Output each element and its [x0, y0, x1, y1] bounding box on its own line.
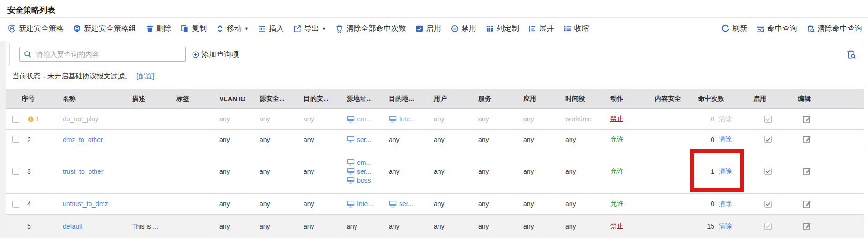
- toolbar-label: 命中查询: [767, 24, 797, 34]
- action-value: 允许: [610, 200, 623, 208]
- row-select-checkbox[interactable]: [12, 168, 19, 175]
- enable-checkbox[interactable]: [764, 223, 772, 230]
- search-icon: [23, 50, 32, 59]
- cell-time: worktime: [564, 115, 608, 123]
- cell-user: any: [432, 200, 476, 208]
- shield-plus-icon: [7, 24, 16, 33]
- address-link[interactable]: Inte...: [347, 200, 373, 208]
- row-seq: 3: [27, 168, 31, 175]
- toolbar-label: 新建安全策略: [19, 24, 64, 34]
- table-header-row: 序号名称描述标签VLAN ID源安全...目的安...源地址...目的地...用…: [6, 89, 864, 109]
- row-select-checkbox[interactable]: [12, 136, 19, 143]
- search-input[interactable]: [35, 50, 182, 59]
- cell-value: worktime: [565, 115, 592, 123]
- edit-icon[interactable]: [802, 166, 812, 176]
- toolbar-new-policy-group-button[interactable]: 新建安全策略组: [73, 24, 136, 34]
- clear-hits-link[interactable]: 清除: [719, 200, 732, 208]
- action-value: 禁止: [610, 115, 623, 123]
- cell-service: any: [476, 168, 521, 175]
- address-link[interactable]: em...: [347, 159, 371, 166]
- cell-time: any: [564, 168, 608, 175]
- cell-value: any: [523, 168, 534, 175]
- cell-src-addr: Inte...: [345, 200, 387, 208]
- enable-checkbox[interactable]: [764, 201, 772, 208]
- policy-name-link[interactable]: trust_to_other: [63, 168, 103, 175]
- clear-hits-link[interactable]: 清除: [719, 135, 732, 144]
- toolbar-clear-hit-query-button[interactable]: 清除命中查询: [806, 24, 862, 34]
- toolbar-label: 新建安全策略组: [84, 24, 136, 34]
- toolbar-collapse-button[interactable]: 收缩: [563, 24, 589, 34]
- address-link[interactable]: ser...: [347, 136, 371, 143]
- policy-name-link[interactable]: default: [63, 223, 82, 230]
- policy-name-link[interactable]: untrust_to_dmz: [63, 200, 108, 208]
- cell-value: any: [434, 200, 445, 208]
- toolbar-delete-button[interactable]: 删除: [145, 24, 171, 34]
- cell-dst-addr: any: [387, 223, 432, 230]
- cell-user: any: [432, 168, 476, 175]
- search-field[interactable]: [19, 47, 186, 62]
- cell-value: any: [565, 168, 576, 175]
- disable-icon: [450, 24, 459, 33]
- page-title: 安全策略列表: [7, 5, 55, 15]
- status-text: 未开启基础协议报文过滤。: [47, 72, 132, 80]
- toolbar-copy-button[interactable]: 复制: [180, 24, 207, 34]
- address-link[interactable]: ser...: [347, 168, 371, 175]
- cell-vlan-id: any: [217, 223, 258, 230]
- clear-hits-link[interactable]: 清除: [719, 222, 732, 231]
- toolbar-refresh-button[interactable]: 刷新: [721, 24, 747, 34]
- cell-value: any: [219, 168, 230, 175]
- toolbar-move-button[interactable]: 移动 ▼: [215, 24, 249, 34]
- cell-value: any: [523, 200, 534, 208]
- address-link[interactable]: boss: [347, 177, 371, 184]
- cell-value: any: [434, 168, 445, 175]
- cell-time: any: [564, 136, 608, 143]
- toolbar-column-custom-button[interactable]: 列定制: [485, 24, 519, 34]
- toolbar-enable-button[interactable]: 启用: [415, 24, 441, 34]
- edit-icon[interactable]: [802, 114, 812, 124]
- cell-value: any: [478, 200, 489, 208]
- edit-icon[interactable]: [802, 134, 812, 144]
- cell-value: any: [260, 200, 270, 208]
- check-icon: [765, 116, 771, 122]
- policy-name-link[interactable]: do_not_play: [63, 115, 98, 123]
- toolbar-disable-button[interactable]: 禁用: [450, 24, 476, 34]
- th-service: 服务: [476, 95, 521, 103]
- address-link[interactable]: ser...: [389, 200, 413, 208]
- edit-icon[interactable]: [802, 221, 812, 231]
- clear-search-button[interactable]: [846, 49, 856, 60]
- cell-value: any: [219, 136, 230, 143]
- edit-icon[interactable]: [802, 199, 812, 209]
- enable-checkbox[interactable]: [764, 116, 772, 123]
- toolbar-clear-all-hits-button[interactable]: 清除全部命中次数: [335, 24, 406, 34]
- enable-checkbox[interactable]: [764, 136, 772, 143]
- cell-user: any: [432, 115, 476, 123]
- address-text: boss: [357, 177, 371, 184]
- caret-down-icon: ▼: [245, 26, 249, 31]
- row-select-checkbox[interactable]: [12, 201, 19, 208]
- cell-dst-zone: any: [302, 136, 345, 143]
- warning-icon: [27, 116, 34, 123]
- toolbar-new-policy-button[interactable]: 新建安全策略: [7, 24, 64, 34]
- th-seq: 序号: [20, 95, 61, 103]
- toolbar-insert-button[interactable]: 插入: [258, 24, 284, 34]
- clear-hits-link[interactable]: 清除: [719, 167, 732, 176]
- row-select-checkbox[interactable]: [12, 116, 19, 123]
- address-list: Inte...: [347, 200, 373, 208]
- toolbar-export-button[interactable]: 导出 ▼: [293, 24, 326, 34]
- toolbar-label: 列定制: [497, 24, 519, 34]
- action-value: 允许: [610, 135, 623, 144]
- policy-name-link[interactable]: dmz_to_other: [63, 136, 103, 143]
- address-list: Inte...: [389, 115, 415, 123]
- address-link[interactable]: Inte...: [389, 115, 415, 123]
- hit-count: 0: [711, 115, 714, 123]
- address-link[interactable]: em...: [347, 115, 371, 123]
- cell-value: any: [523, 223, 534, 230]
- enable-checkbox[interactable]: [764, 168, 772, 175]
- cell-edit: [796, 221, 838, 231]
- add-query-button[interactable]: 添加查询项: [192, 43, 239, 66]
- toolbar-expand-button[interactable]: 展开: [528, 24, 554, 34]
- hit-count: 0: [711, 136, 714, 143]
- config-link[interactable]: [配置]: [136, 72, 154, 80]
- clear-hits-link[interactable]: 清除: [719, 115, 732, 123]
- toolbar-hit-query-button[interactable]: 命中查询: [756, 24, 797, 34]
